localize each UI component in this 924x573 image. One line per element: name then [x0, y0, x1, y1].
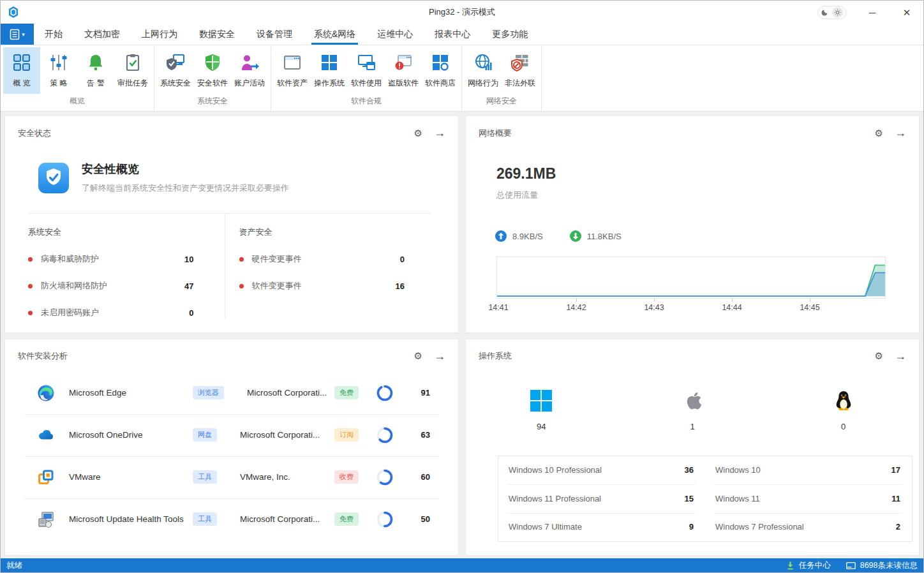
window-controls: ─ ✕ [817, 6, 916, 19]
tab-more-features[interactable]: 更多功能 [481, 24, 539, 45]
license-badge: 订阅 [334, 428, 359, 442]
close-button[interactable]: ✕ [898, 8, 916, 17]
monitor-window-icon [357, 52, 376, 73]
security-stat-row[interactable]: 防火墙和网络防护 47 [28, 280, 194, 292]
os-linux-summary[interactable]: 0 [768, 390, 919, 431]
download-circle-icon [570, 230, 581, 242]
ribbon-button-policy[interactable]: 策 略 [40, 47, 77, 94]
tab-ops-center[interactable]: 运维中心 [366, 24, 424, 45]
table-cell[interactable]: Windows 11 11 [705, 484, 912, 513]
ribbon-group-software-compliance: 软件资产 操作系统 [271, 45, 462, 111]
ribbon-group-label: 系统安全 [154, 94, 271, 111]
arrow-right-icon[interactable]: → [434, 350, 445, 363]
ribbon-button-operating-systems[interactable]: 操作系统 [311, 47, 348, 94]
tab-data-security[interactable]: 数据安全 [188, 24, 246, 45]
gear-icon[interactable]: ⚙ [875, 350, 883, 362]
table-cell[interactable]: Windows 10 17 [705, 456, 912, 485]
ribbon-group-system-security: 系统安全 安全软件 [154, 45, 271, 111]
security-overview-subtitle: 了解终端当前系统安全性和资产变更情况并采取必要操作 [82, 182, 289, 194]
os-apple-summary[interactable]: 1 [617, 390, 768, 431]
ribbon-button-software-usage[interactable]: 软件使用 [348, 47, 385, 94]
table-cell[interactable]: Windows 11 Professional 15 [498, 484, 705, 513]
tab-web-behavior[interactable]: 上网行为 [131, 24, 188, 45]
ribbon-group-label: 概览 [1, 94, 154, 111]
security-overview-title: 安全性概览 [82, 161, 289, 177]
ribbon-button-system-security[interactable]: 系统安全 [157, 47, 194, 94]
security-stat-row[interactable]: 病毒和威胁防护 10 [28, 253, 194, 265]
os-windows-summary[interactable]: 94 [466, 390, 617, 431]
ribbon-button-security-software[interactable]: 安全软件 [194, 47, 231, 94]
ribbon-button-overview[interactable]: 概 览 [3, 47, 40, 94]
ribbon: 概 览 策 略 [1, 45, 923, 112]
alert-dot-icon [239, 284, 244, 288]
installer-icon [37, 510, 55, 528]
table-cell[interactable]: Windows 7 Professional 2 [705, 513, 912, 542]
ribbon-button-pirated-software[interactable]: 盗版软件 [385, 47, 422, 94]
ribbon-group-label: 软件合规 [271, 94, 461, 111]
security-stat-row[interactable]: 硬件变更事件 0 [239, 253, 405, 265]
network-traffic-chart: 14:41 14:42 14:43 14:44 14:45 [496, 257, 886, 315]
install-ratio-ring [376, 469, 393, 486]
dashboard: 安全状态 ⚙ → 安全性概览 了解终端当前系统安全性和资产变更情况并采取必要操作 [1, 112, 923, 560]
theme-toggle[interactable] [817, 6, 847, 19]
license-badge: 收费 [334, 470, 359, 484]
alert-dot-icon [239, 257, 244, 262]
category-badge: 工具 [193, 470, 217, 484]
statusbar: 就绪 任务中心 8698条未读信息 [1, 558, 923, 572]
security-shield-icon [38, 163, 69, 193]
ribbon-button-account-activity[interactable]: 账户活动 [231, 47, 268, 94]
app-window-icon [283, 52, 302, 73]
window-alert-icon [394, 52, 413, 73]
apple-logo-icon [682, 390, 703, 412]
software-row-update-health-tools[interactable]: Microsoft Update Health Tools 工具 Microso… [5, 498, 458, 540]
tab-doc-encryption[interactable]: 文档加密 [73, 24, 131, 45]
ribbon-button-software-store[interactable]: 软件商店 [422, 47, 459, 94]
windows-logo-icon [530, 390, 552, 412]
linux-tux-icon [833, 390, 854, 412]
upload-rate: 8.9KB/S [495, 230, 543, 242]
window-title: Ping32 - 演示模式 [1, 6, 923, 18]
install-ratio-ring [376, 385, 393, 401]
tab-report-center[interactable]: 报表中心 [424, 24, 481, 45]
task-center-button[interactable]: 任务中心 [786, 560, 831, 571]
tab-device-management[interactable]: 设备管理 [246, 24, 303, 45]
table-cell[interactable]: Windows 10 Professional 36 [498, 456, 705, 485]
moon-icon [821, 8, 829, 16]
clipboard-check-icon [123, 52, 142, 73]
network-total-label: 总使用流量 [496, 190, 919, 201]
arrow-right-icon[interactable]: → [895, 350, 906, 363]
gear-icon[interactable]: ⚙ [875, 128, 883, 139]
software-row-onedrive[interactable]: Microsoft OneDrive 网盘 Microsoft Corporat… [5, 414, 458, 456]
tab-home[interactable]: 开始 [34, 24, 73, 45]
software-row-edge[interactable]: Microsoft Edge 浏览器 Microsoft Corporati..… [5, 372, 458, 414]
panel-title: 操作系统 [479, 350, 512, 362]
arrow-right-icon[interactable]: → [895, 126, 906, 140]
download-arrow-icon [786, 562, 794, 570]
ribbon-button-approval-tasks[interactable]: 审批任务 [114, 47, 151, 94]
gear-icon[interactable]: ⚙ [414, 350, 422, 362]
security-stat-row[interactable]: 未启用密码账户 0 [28, 307, 194, 318]
license-badge: 免费 [334, 512, 359, 526]
panel-title: 网络概要 [479, 128, 512, 139]
install-ratio-ring [376, 427, 393, 443]
panel-title: 安全状态 [18, 128, 51, 139]
ribbon-button-alerts[interactable]: 告 警 [77, 47, 114, 94]
minimize-button[interactable]: ─ [863, 8, 881, 17]
tab-system-network[interactable]: 系统&网络 [303, 24, 366, 45]
shield-block-wall-icon [510, 52, 530, 73]
alert-dot-icon [28, 257, 33, 262]
bell-icon [86, 52, 105, 73]
security-stat-row[interactable]: 软件变更事件 16 [239, 280, 405, 292]
file-menu-button[interactable]: ▾ [1, 24, 34, 45]
arrow-right-icon[interactable]: → [434, 126, 445, 140]
ribbon-button-network-behavior[interactable]: 网络行为 [465, 47, 502, 94]
overview-grid-icon [12, 52, 31, 73]
ribbon-button-illegal-connection[interactable]: 非法外联 [502, 47, 539, 94]
software-row-vmware[interactable]: VMware 工具 VMware, Inc. 收费 60 [5, 456, 458, 498]
panel-title: 软件安装分析 [18, 350, 68, 362]
gear-icon[interactable]: ⚙ [414, 128, 422, 139]
unread-messages-button[interactable]: 8698条未读信息 [846, 560, 918, 571]
ribbon-button-software-assets[interactable]: 软件资产 [274, 47, 311, 94]
table-cell[interactable]: Windows 7 Ultimate 9 [498, 513, 705, 542]
table-row: Windows 11 Professional 15 Windows 11 11 [498, 484, 912, 513]
